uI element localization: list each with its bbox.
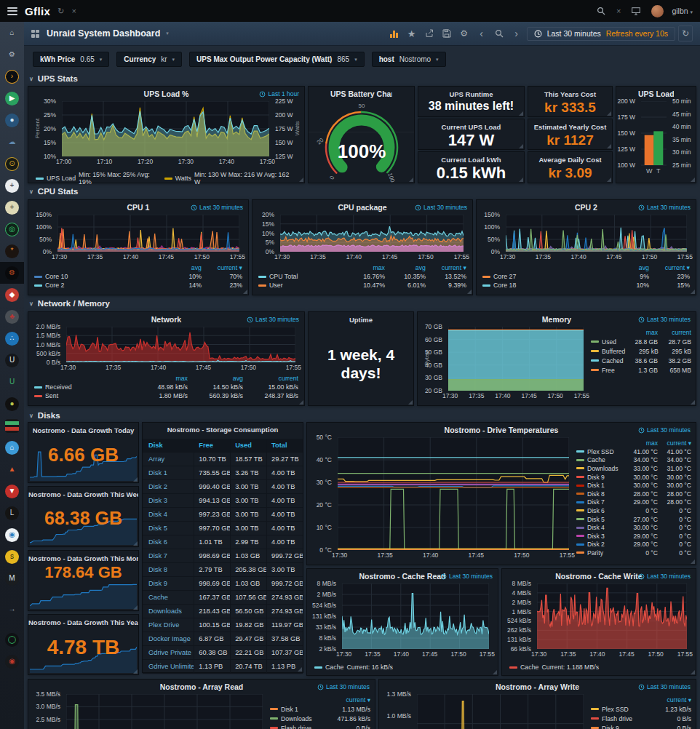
panel-title[interactable]: Nostromo - Data Growth This Week xyxy=(28,490,138,498)
table-col-header[interactable]: Free xyxy=(194,439,230,452)
legend-series-toggle[interactable]: Disk 5 xyxy=(576,516,624,523)
legend-series-toggle[interactable]: Downloads xyxy=(270,715,324,722)
legend-series-toggle[interactable]: Disk 1 xyxy=(270,706,324,713)
sidebar-item-logout-icon[interactable]: → xyxy=(0,598,24,620)
time-range-badge[interactable]: Last 30 minutes xyxy=(440,573,493,580)
star-icon[interactable]: ★ xyxy=(405,26,419,41)
legend-series-toggle[interactable]: Free xyxy=(591,367,624,374)
chart-canvas[interactable] xyxy=(537,583,687,649)
legend-series-toggle[interactable]: Core 27 xyxy=(482,273,608,280)
legend-series-toggle[interactable]: Disk 3 xyxy=(576,533,624,540)
time-range-badge[interactable]: Last 30 minutes xyxy=(638,426,691,434)
panel-title[interactable]: UPS Battery Charge xyxy=(330,89,392,98)
legend-series-toggle[interactable]: Disk 9 xyxy=(576,474,624,481)
time-range-badge[interactable]: Last 1 hour xyxy=(259,90,299,97)
gauge[interactable]: 02050100100% xyxy=(309,98,414,183)
legend-series-toggle[interactable]: Disk 8 xyxy=(576,490,624,498)
panel-title[interactable]: Nostromo - Data Growth Today xyxy=(28,426,138,434)
legend-series-toggle[interactable]: Flash drive xyxy=(270,725,324,729)
panel-title[interactable]: Nostromo - Data Growth This Year xyxy=(28,618,138,626)
sidebar-item-dots-blue-icon[interactable]: ∴ xyxy=(0,327,24,349)
legend-series-toggle[interactable]: Core 10 xyxy=(34,273,161,280)
legend-col-header[interactable]: current ▾ xyxy=(658,439,691,447)
panel-title[interactable]: Nostromo - Array Read xyxy=(50,682,353,691)
share-icon[interactable] xyxy=(422,26,437,41)
sidebar-item-app-white-cross-icon[interactable]: + xyxy=(0,175,24,196)
legend-series-toggle[interactable]: Disk 7 xyxy=(576,498,624,506)
dashboard-caret-icon[interactable]: ▾ xyxy=(166,31,169,36)
sidebar-item-gitlab-icon[interactable]: ▲ xyxy=(0,458,24,480)
row-toggle-network-memory[interactable]: ∨Network / Memory xyxy=(29,298,110,309)
chart-canvas[interactable]: WT xyxy=(641,101,667,175)
chart-canvas[interactable] xyxy=(66,327,295,362)
sidebar-item-home-icon[interactable]: ⌂ xyxy=(0,22,24,44)
legend-col-header[interactable]: max xyxy=(624,439,658,447)
legend-col-header[interactable]: max xyxy=(344,264,385,271)
sidebar-item-github-icon[interactable]: ◯ xyxy=(0,629,24,650)
row-toggle-cpu-stats[interactable]: ∨CPU Stats xyxy=(29,186,78,197)
legend-series-toggle[interactable]: WattsMin: 130 W Max: 216 W Avg: 162 W xyxy=(164,171,297,186)
table-col-header[interactable]: Used xyxy=(230,439,266,452)
legend-series-toggle[interactable]: Sent xyxy=(34,392,132,399)
sidebar-item-radar-green-icon[interactable]: ◎ xyxy=(0,218,24,240)
time-range-picker[interactable]: Last 30 minutes Refresh every 10s xyxy=(527,27,675,41)
time-range-badge[interactable]: Last 30 minutes xyxy=(191,204,243,211)
legend-col-header[interactable]: current xyxy=(243,375,298,382)
legend-series-toggle[interactable]: Cache xyxy=(576,456,624,463)
sidebar-item-ubiquiti-icon[interactable]: U xyxy=(0,349,24,371)
chart-canvas[interactable] xyxy=(338,437,569,550)
sidebar-item-forest-red-icon[interactable]: ♣ xyxy=(0,306,24,327)
sidebar-item-green-u-icon[interactable]: U xyxy=(0,371,24,393)
legend-col-header[interactable]: max xyxy=(132,375,188,382)
time-forward-icon[interactable]: › xyxy=(509,26,524,41)
sidebar-item-gflix-logo-icon[interactable]: › xyxy=(0,65,24,87)
legend-series-toggle[interactable]: Used xyxy=(591,338,624,346)
dashboard-picker-icon[interactable] xyxy=(31,30,39,38)
legend-series-toggle[interactable]: Plex SSD xyxy=(576,448,624,455)
row-toggle-disks[interactable]: ∨Disks xyxy=(29,410,60,421)
sidebar-item-lazy-icon[interactable]: L xyxy=(0,502,24,524)
sidebar-item-home-assistant-icon[interactable]: ⌂ xyxy=(0,437,24,458)
panel-title[interactable]: Nostromo - Data Growth This Month xyxy=(28,554,138,562)
panel-title[interactable]: Average Daily Cost xyxy=(528,156,612,164)
sidebar-item-water-drop-icon[interactable]: ◉ xyxy=(0,524,24,546)
legend-series-toggle[interactable]: Flash drive xyxy=(591,715,645,722)
sidebar-item-octopi-icon[interactable]: ◉ xyxy=(0,650,24,672)
legend-series-toggle[interactable]: Core 18 xyxy=(482,282,608,289)
menu-icon[interactable] xyxy=(7,7,17,15)
time-back-icon[interactable]: ‹ xyxy=(474,26,489,41)
panel-title[interactable]: Estimated Yearly Cost xyxy=(528,123,612,131)
legend-series-toggle[interactable]: Disk 9 xyxy=(591,725,645,729)
legend-col-header[interactable]: avg xyxy=(608,264,649,271)
legend-col-header[interactable]: avg xyxy=(188,375,243,382)
legend-col-header[interactable]: current ▾ xyxy=(202,264,242,271)
sidebar-item-unraid-gear-icon[interactable]: ⚙ xyxy=(0,262,24,284)
legend-series-toggle[interactable]: CacheCurrent: 16 kB/s xyxy=(314,664,393,671)
legend-series-toggle[interactable]: Disk 2 xyxy=(576,541,624,548)
tv-mode-icon[interactable] xyxy=(629,4,643,18)
legend-series-toggle[interactable]: Disk 1 xyxy=(576,482,624,489)
panel-title[interactable]: UPS Load vs Time left xyxy=(638,89,674,98)
legend-series-toggle[interactable]: User xyxy=(258,282,344,289)
legend-series-toggle[interactable]: Buffered xyxy=(591,348,625,355)
chart-canvas[interactable] xyxy=(62,101,269,156)
search-icon[interactable] xyxy=(594,4,608,18)
variable-host[interactable]: hostNostromo▾ xyxy=(372,52,446,67)
panel-title[interactable]: Current Load kWh xyxy=(418,156,524,164)
time-range-badge[interactable]: Last 30 minutes xyxy=(638,573,691,580)
legend-col-header[interactable]: current ▾ xyxy=(645,696,691,704)
legend-col-header[interactable]: avg xyxy=(161,264,202,271)
zoom-out-icon[interactable] xyxy=(492,26,506,41)
legend-series-toggle[interactable]: Core 2 xyxy=(34,282,161,289)
panel-title[interactable]: UPS Load % xyxy=(50,89,282,98)
sidebar-item-jacket-icon[interactable]: M xyxy=(0,567,24,589)
sidebar-item-shield-red-icon[interactable]: ◆ xyxy=(0,284,24,306)
analytics-icon[interactable] xyxy=(387,26,402,41)
legend-col-header[interactable]: current ▾ xyxy=(649,264,690,271)
chart-canvas[interactable] xyxy=(280,215,464,252)
variable-ups-max-output-power-capacity-watt-[interactable]: UPS Max Output Power Capacity (Watt)865▾ xyxy=(189,52,365,67)
time-range-badge[interactable]: Last 30 minutes xyxy=(638,316,691,323)
time-range-badge[interactable]: Last 30 minutes xyxy=(638,683,691,690)
history-icon[interactable]: ↻ xyxy=(57,7,64,16)
legend-series-toggle[interactable]: Disk 6 xyxy=(576,507,624,514)
